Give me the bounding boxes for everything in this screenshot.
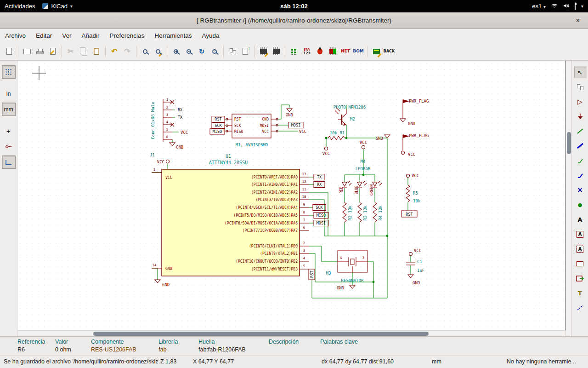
menu-herramientas[interactable]: Herramientas xyxy=(149,29,197,42)
chevron-down-icon[interactable]: ▾ xyxy=(581,4,583,9)
horizontal-scrollbar[interactable] xyxy=(17,330,565,336)
grid-toggle[interactable] xyxy=(2,65,16,79)
backannotate-button[interactable]: BACK xyxy=(383,45,396,58)
annotate-button[interactable]: J?A 123 xyxy=(300,45,313,58)
hierarchy-navigator-button[interactable] xyxy=(226,45,239,58)
library-browser-button[interactable] xyxy=(270,45,283,58)
new-schematic-button[interactable] xyxy=(3,45,16,58)
netlist-button[interactable]: NET xyxy=(339,45,352,58)
volume-icon[interactable] xyxy=(563,3,569,10)
u1-pin-name: (PCINT3/T0/ADC3)PA3 xyxy=(255,198,298,202)
m4-value: LEDRGB xyxy=(356,167,371,171)
battery-icon[interactable] xyxy=(575,3,576,10)
c1-value: 1uF xyxy=(417,268,424,273)
footprint-editor-button[interactable] xyxy=(288,45,300,58)
board-icon xyxy=(373,49,380,54)
place-sheet-tool[interactable] xyxy=(574,258,587,270)
u1-pin-name: (PCINT1/AIN0/ADC1)PA1 xyxy=(251,183,298,187)
undo-button[interactable]: ↶ xyxy=(108,45,121,58)
place-net-label-tool[interactable]: A xyxy=(574,213,587,225)
hierarchy-explorer-tool[interactable] xyxy=(574,81,587,93)
print-button[interactable] xyxy=(34,45,46,58)
place-graphic-line-tool[interactable] xyxy=(574,302,587,314)
schematic-canvas[interactable]: Conn_01x06_Male J1 1 2 3 4 5 6 RX TX VCC… xyxy=(17,61,565,330)
pin-number: 2 xyxy=(303,241,305,245)
place-text-tool[interactable]: T xyxy=(574,287,587,299)
u1-ref: U1 xyxy=(226,154,231,159)
units-mm-toggle[interactable]: mm xyxy=(2,103,16,116)
units-inches-toggle[interactable]: In xyxy=(2,87,16,100)
zoom-fit-button[interactable]: □ xyxy=(208,45,221,58)
leave-sheet-button[interactable]: ↑ xyxy=(239,45,252,58)
hierarchy-icon xyxy=(230,48,233,52)
power-label: VCC xyxy=(360,140,367,145)
bus-to-bus-entry-tool[interactable] xyxy=(574,169,587,181)
place-junction-tool[interactable]: ● xyxy=(574,199,587,211)
keyboard-layout-indicator[interactable]: es1 ▾ xyxy=(532,3,546,10)
cursor-shape-toggle[interactable]: + xyxy=(2,124,16,138)
library-editor-icon xyxy=(260,49,267,54)
horizontal-scrollbar-thumb[interactable] xyxy=(93,332,429,336)
window-title-bar[interactable]: [ RGBtransmiter /] (/home/quiliro/ramiro… xyxy=(0,12,588,29)
text-icon: T xyxy=(578,290,582,297)
place-hierarchical-label-tool[interactable]: A xyxy=(574,243,587,255)
app-menu-button[interactable]: KiCad ▾ xyxy=(42,3,72,10)
inches-label: In xyxy=(6,91,11,97)
erc-button[interactable] xyxy=(313,45,326,58)
hidden-pins-toggle[interactable] xyxy=(2,140,16,153)
pin-number: 10 xyxy=(302,195,306,199)
field-label: Descripción xyxy=(269,339,299,345)
find-replace-button[interactable] xyxy=(152,45,164,58)
menu-archivo[interactable]: Archivo xyxy=(0,29,31,42)
resistor-label: R2 10k xyxy=(348,205,352,220)
paste-button[interactable] xyxy=(90,45,103,58)
pin-number: 11 xyxy=(302,187,306,191)
activities-button[interactable]: Actividades xyxy=(5,3,35,10)
no-connect-tool[interactable]: × xyxy=(574,184,587,196)
menu-ayuda[interactable]: Ayuda xyxy=(197,29,224,42)
u1-pin-name: (PCINT2/AIN1/ADC2)PA2 xyxy=(251,190,298,195)
wifi-icon[interactable] xyxy=(551,3,558,10)
place-power-tool[interactable] xyxy=(574,110,587,122)
place-wire-tool[interactable] xyxy=(574,125,587,137)
zoom-in-button[interactable]: + xyxy=(170,45,182,58)
redraw-button[interactable]: ↻ xyxy=(195,45,208,58)
import-sheet-pin-tool[interactable] xyxy=(574,272,587,284)
find-button[interactable] xyxy=(139,45,152,58)
zoom-fit-icon: □ xyxy=(212,49,217,54)
cvpcb-button[interactable] xyxy=(326,45,339,58)
pwr-flag-label: PWR_FLAG xyxy=(409,133,429,138)
place-bus-tool[interactable] xyxy=(574,140,587,152)
hv-wires-toggle[interactable] xyxy=(2,155,16,169)
pin-number: 5 xyxy=(303,264,305,268)
wire-icon xyxy=(577,128,584,134)
chevron-down-icon: ▾ xyxy=(543,4,546,9)
place-global-label-tool[interactable]: A xyxy=(574,228,587,240)
hierarchy-icon xyxy=(577,84,580,88)
net-label: MISO xyxy=(213,129,222,134)
menu-anadir[interactable]: Añadir xyxy=(77,29,105,42)
menu-preferencias[interactable]: Preferencias xyxy=(105,29,150,42)
zoom-level: Z 1,83 xyxy=(160,358,176,365)
pin-number: 1 xyxy=(166,98,169,102)
library-editor-button[interactable] xyxy=(257,45,270,58)
zoom-out-button[interactable]: − xyxy=(182,45,195,58)
close-button[interactable]: × xyxy=(573,16,582,25)
vertical-scrollbar-thumb[interactable] xyxy=(567,132,571,154)
menu-ver[interactable]: Ver xyxy=(57,29,76,42)
place-component-tool[interactable]: ▷ xyxy=(574,96,587,108)
component-icon: ▷ xyxy=(577,98,582,105)
net-label: TX xyxy=(178,115,183,120)
wire-to-bus-entry-tool[interactable] xyxy=(574,155,587,167)
graphic-line-icon xyxy=(577,305,584,311)
bom-button[interactable]: BOM xyxy=(352,45,365,58)
pcbnew-button[interactable] xyxy=(370,45,383,58)
plot-button[interactable] xyxy=(46,45,59,58)
page-settings-button[interactable] xyxy=(21,45,34,58)
vertical-scrollbar[interactable] xyxy=(565,61,571,336)
power-label: GND xyxy=(376,136,383,141)
hidden-pin-icon xyxy=(5,144,12,150)
cursor-tool[interactable]: ↖ xyxy=(574,66,587,78)
pin-number: 3 xyxy=(166,113,169,117)
menu-editar[interactable]: Editar xyxy=(31,29,57,42)
